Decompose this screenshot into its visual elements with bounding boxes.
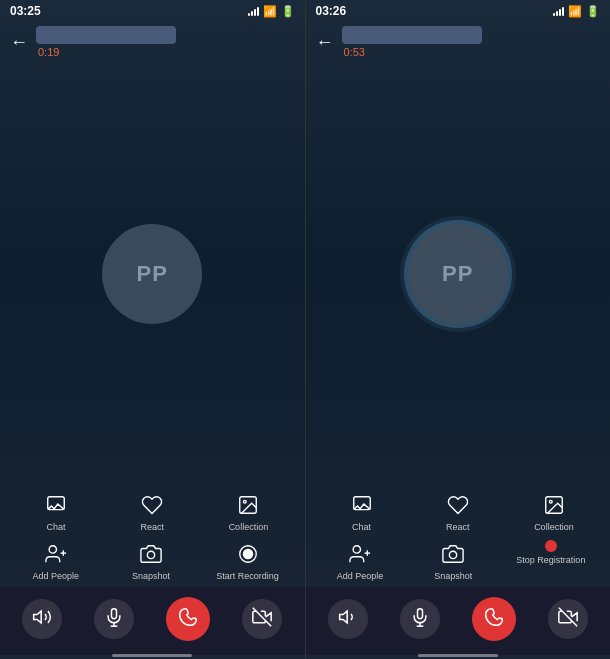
ctrl-mute-button[interactable] — [94, 599, 134, 639]
signal-bars — [248, 6, 259, 16]
action-label-start-recording: Start Recording — [216, 571, 279, 581]
image-icon — [234, 491, 262, 519]
call-name-bar — [342, 26, 482, 44]
action-start-recording[interactable]: Start Recording — [216, 540, 279, 581]
svg-point-6 — [147, 551, 154, 558]
volume-icon — [338, 607, 358, 631]
phone-end-icon — [178, 607, 198, 631]
wifi-icon: 📶 — [263, 5, 277, 18]
heart-icon — [444, 491, 472, 519]
signal-bars — [553, 6, 564, 16]
status-bar: 03:26 📶 🔋 — [306, 0, 611, 22]
ctrl-mute-button[interactable] — [400, 599, 440, 639]
call-name-bar — [36, 26, 176, 44]
svg-marker-9 — [34, 611, 42, 623]
ctrl-speaker-button[interactable] — [22, 599, 62, 639]
screen-right: 03:26 📶 🔋 ← 0:53 PP Chat React Collectio… — [305, 0, 611, 659]
action-react[interactable]: React — [122, 491, 182, 532]
battery-icon: 🔋 — [586, 5, 600, 18]
ctrl-end-button[interactable] — [472, 597, 516, 641]
camera-icon — [439, 540, 467, 568]
svg-point-17 — [353, 546, 360, 553]
avatar-area: PP — [0, 62, 305, 485]
call-header: ← 0:53 — [306, 22, 611, 62]
image-icon — [540, 491, 568, 519]
action-add-people[interactable]: Add People — [330, 540, 390, 581]
action-react[interactable]: React — [428, 491, 488, 532]
speaker-icon — [32, 607, 52, 631]
action-label-add-people: Add People — [337, 571, 384, 581]
action-label-chat: Chat — [352, 522, 371, 532]
avatar: PP — [102, 224, 202, 324]
action-row-1: Chat React Collection — [0, 485, 305, 536]
home-bar — [418, 654, 498, 657]
chat-icon — [348, 491, 376, 519]
phone-end-icon — [484, 607, 504, 631]
action-label-collection: Collection — [229, 522, 269, 532]
action-row-2: Add People Snapshot Start Recording — [0, 536, 305, 587]
action-collection[interactable]: Collection — [524, 491, 584, 532]
action-label-stop-recording: Stop Registration — [516, 555, 585, 565]
ctrl-end-button[interactable] — [166, 597, 210, 641]
chat-icon — [42, 491, 70, 519]
status-bar: 03:25 📶 🔋 — [0, 0, 305, 22]
user-plus-icon — [346, 540, 374, 568]
avatar: PP — [408, 224, 508, 324]
record-stop-icon — [545, 540, 557, 552]
call-name-block: 0:19 — [36, 26, 295, 58]
call-header: ← 0:19 — [0, 22, 305, 62]
action-label-chat: Chat — [47, 522, 66, 532]
action-row-2: Add People Snapshot Stop Registration — [306, 536, 611, 587]
ctrl-camera-off-button[interactable] — [548, 599, 588, 639]
record-icon — [234, 540, 262, 568]
svg-point-20 — [450, 551, 457, 558]
battery-icon: 🔋 — [281, 5, 295, 18]
control-bar — [306, 587, 611, 655]
home-indicator — [0, 655, 305, 659]
action-chat[interactable]: Chat — [332, 491, 392, 532]
action-snapshot[interactable]: Snapshot — [121, 540, 181, 581]
call-name-block: 0:53 — [342, 26, 601, 58]
wifi-icon: 📶 — [568, 5, 582, 18]
svg-marker-21 — [339, 611, 347, 623]
back-button[interactable]: ← — [10, 32, 28, 53]
svg-rect-10 — [112, 609, 117, 619]
action-chat[interactable]: Chat — [26, 491, 86, 532]
user-plus-icon — [42, 540, 70, 568]
screen-left: 03:25 📶 🔋 ← 0:19 PP Chat React Collectio… — [0, 0, 305, 659]
status-time: 03:25 — [10, 4, 41, 18]
action-add-people[interactable]: Add People — [26, 540, 86, 581]
home-indicator — [306, 655, 611, 659]
svg-point-3 — [49, 546, 56, 553]
video-off-icon — [558, 607, 578, 631]
action-stop-recording[interactable]: Stop Registration — [516, 540, 585, 581]
call-duration: 0:19 — [36, 46, 295, 58]
ctrl-camera-off-button[interactable] — [242, 599, 282, 639]
action-collection[interactable]: Collection — [218, 491, 278, 532]
action-snapshot[interactable]: Snapshot — [423, 540, 483, 581]
svg-point-8 — [243, 549, 252, 558]
svg-rect-22 — [417, 609, 422, 619]
heart-icon — [138, 491, 166, 519]
video-off-icon — [252, 607, 272, 631]
action-row-1: Chat React Collection — [306, 485, 611, 536]
action-label-add-people: Add People — [32, 571, 79, 581]
mic-icon — [104, 607, 124, 631]
ctrl-volume-button[interactable] — [328, 599, 368, 639]
mic-icon — [410, 607, 430, 631]
action-label-snapshot: Snapshot — [132, 571, 170, 581]
control-bar — [0, 587, 305, 655]
action-label-snapshot: Snapshot — [434, 571, 472, 581]
camera-icon — [137, 540, 165, 568]
action-label-react: React — [446, 522, 470, 532]
svg-point-16 — [549, 500, 552, 503]
status-time: 03:26 — [316, 4, 347, 18]
call-duration: 0:53 — [342, 46, 601, 58]
home-bar — [112, 654, 192, 657]
action-label-collection: Collection — [534, 522, 574, 532]
action-label-react: React — [140, 522, 164, 532]
back-button[interactable]: ← — [316, 32, 334, 53]
svg-point-2 — [244, 500, 247, 503]
avatar-area: PP — [306, 62, 611, 485]
